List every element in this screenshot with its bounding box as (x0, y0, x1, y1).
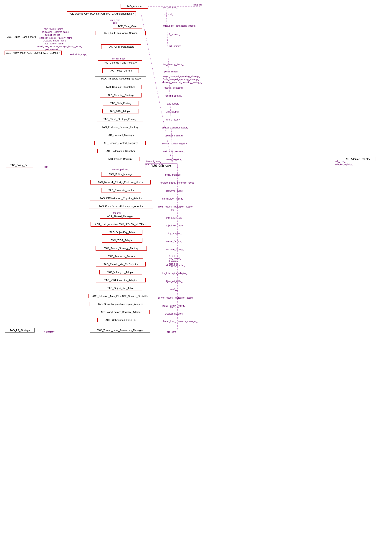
ace-thread-manager-box: ACE_Thread_Manager (100, 214, 140, 219)
object-key-table-label: object_key_table_ (166, 224, 184, 227)
orb-params-label: orb_params_ (169, 45, 182, 47)
tao-thread-lane-resources-manager-box: TAO_Thread_Lane_Resources_Manager (90, 328, 150, 332)
refcount-label: refcount_ (164, 13, 173, 15)
data-block-lock-label: data_block_lock_ (166, 217, 183, 219)
rt-orb-label: rt_orb_ (169, 254, 176, 257)
tao-client-strategy-factory-box: TAO_Client_Strategy_Factory (97, 117, 143, 121)
object-ref-table-label: object_ref_table_ (165, 280, 182, 283)
tao-parser-registry-box: TAO_Parser_Registry (101, 157, 140, 161)
config-label: config_ (170, 288, 177, 291)
impl-label: impl_ (44, 166, 49, 168)
tao-valuetype-adapter-box: TAO_Valuetype_Adapter (99, 270, 142, 274)
orb-core-bottom-label: orb_core_ (167, 331, 177, 333)
protocol-factories-label: protocol_factories_ (165, 312, 184, 315)
client-request-interceptor-adapter-label: client_request_interceptor_adapter_ (158, 205, 195, 208)
protocols-hooks-label: protocols_hooks_ (166, 189, 184, 192)
endpoints-map-label: endpoints_map_ (70, 53, 87, 56)
stub-factory-label: stub_factory_ (167, 102, 180, 105)
client-factory-label: client_factory_ (166, 118, 181, 121)
poa-current-label: poa_current_ (168, 257, 181, 260)
tao-policy-current-box: TAO_Policy_Current (102, 68, 139, 73)
thread-lane-resources-label: thread_lane_resources_manager_factory_na… (37, 45, 82, 48)
thread-per-connection-timeout-label: thread_per_connection_timeout_ (163, 25, 196, 27)
flushing-strategy-label: flushing_strategy_ (165, 94, 183, 97)
tao-policyfactory-registry-adapter-box: TAO::PolicyFactory_Registry_Adapter (91, 310, 150, 314)
ft-service-label: ft_service_ (169, 33, 180, 36)
tao-policy-manager-box: TAO_Policy_Manager (101, 172, 141, 177)
tao-protocols-hooks-detected-label: orb_core_ (170, 306, 180, 309)
timeout-hook-label: timeout_hook_ (146, 160, 161, 163)
thr-mgr-label: thr_mgr_ (113, 212, 122, 214)
parser-registry-label: parser_registry_ (166, 158, 182, 161)
ace-atomic-op-box: ACE_Atomic_Op< TAO_SYNCH_MUTEX, unsigned… (67, 11, 136, 16)
protocols-hooks-name-label: protocols_hooks_name_ (43, 39, 68, 42)
ace-unbounded-set-box: ACE_Unbounded_Set< T > (97, 318, 144, 322)
tao-codeset-manager-box: TAO_Codeset_Manager (99, 133, 142, 137)
server-request-interceptor-adapter-label: server_request_interceptor_adapter_ (158, 296, 196, 299)
tao-cleanup-func-box: TAO_Cleanup_Func_Registry (98, 60, 142, 65)
network-priority-protocols-hooks-label: network_priority_protocols_hooks_ (160, 181, 195, 184)
tao-ior-interceptor-adapter-box: TAO_IORInterceptor_Adapter (96, 278, 146, 282)
tao-endpoint-selector-factory-box: TAO_Endpoint_Selector_Factory (94, 125, 146, 129)
tss-cleanup-funcs-label: tss_cleanup_funcs_ (163, 63, 183, 65)
ace-string-base-box: ACE_String_Base< char > (6, 35, 38, 39)
default-policies-label: default_policies_ (112, 168, 129, 171)
tao-policy-set-box: TAO_Policy_Set (6, 163, 33, 167)
poa-factory-name-label: poa_factory_name_ (45, 42, 65, 45)
tao-adapter-box: TAO_Adapter (121, 4, 148, 9)
ace-intrusive-auto-ptr-box: ACE_Intrusive_Auto_Ptr< ACE_Service_Gest… (88, 294, 152, 298)
tao-network-priority-protocols-hooks-box: TAO_Network_Priority_Protocols_Hooks (90, 180, 151, 185)
tao-transport-queuing-box: TAO::Transport_Queueing_Strategy (95, 76, 146, 81)
server-factory-label: server_factory_ (166, 240, 182, 243)
zero-label: zero (113, 22, 117, 24)
sync-scope-hook-label: sync_scope_hook_ (145, 163, 164, 165)
lf-strategy-label: lf_strategy_ (44, 331, 56, 333)
tao-server-request-interceptor-adapter-box: TAO::ServerRequestInterceptor_Adapter (89, 302, 151, 306)
ior-interceptor-adapter-label: ior_interceptor_adapter_ (162, 272, 187, 275)
tao-service-context-registry-box: TAO_Service_Context_Registry (94, 141, 146, 145)
tao-server-strategy-factory-box: TAO_Server_Strategy_Factory (96, 246, 147, 251)
collocation-resolver-name-label: collocation_resolver_name_ (42, 31, 70, 33)
codeset-manager-label: codeset_manager_ (165, 134, 184, 137)
policy-current-label: policy_current_ (164, 70, 180, 73)
ace-array-map-box: ACE_Array_Map< ACE_CString, ACE_CString … (5, 50, 62, 55)
tao-object-ref-table-box: TAO_Object_Ref_Table (99, 286, 142, 290)
valuetype-adapter-label: valuetype_adapter_ (165, 264, 185, 267)
service-context-registry-label: service_context_registry_ (162, 142, 188, 145)
endpoint-selector-factory-label: endpoint_selector_factory_ (162, 126, 189, 129)
tao-client-request-interceptor-adapter-box: TAO::ClientRequestInterceptor_Adapter (89, 204, 153, 209)
tm-label: tm_ (171, 209, 175, 211)
orb-core-right-label: orb_core_ (335, 160, 345, 163)
tao-flushing-strategy-box: TAO_Flushing_Strategy (100, 93, 141, 97)
tao-fault-tolerance-box: TAO_Fault_Tolerance_Service (96, 31, 146, 35)
default-init-ref-label: default_init_ref_ (45, 34, 61, 36)
endpoint-selector-factory-name-label: endpoint_selector_factory_name_ (39, 37, 74, 39)
thread-lane-resources-manager-label: thread_lane_resources_manager_ (163, 320, 197, 323)
orbinitializer-registry-label: orbinitializer_registry_ (162, 197, 184, 200)
adapters-label: adapters_ (193, 3, 203, 6)
ziop-adapter-label: ziop_adapter_ (167, 232, 182, 235)
ace-lock-adapter-box: ACE_Lock_Adapter< TAO_SYNCH_MUTEX > (91, 222, 151, 227)
eager-transport-queueing-label: eager_transport_queueing_strategy_ (163, 75, 200, 78)
request-dispatcher-label: request_dispatcher_ (164, 87, 184, 89)
adapter-registry-label: adapter_registry_ (335, 163, 353, 166)
tao-pseudo-var-box: TAO_Pseudo_Var_T< Object > (96, 262, 146, 267)
delayed-transport-queueing-label: delayed_transport_queueing_strategy_ (162, 81, 202, 84)
tao-bidir-adapter-box: TAO_BiDir_Adapter (102, 109, 139, 113)
tao-protocols-hooks-box: TAO_Protocols_Hooks (101, 188, 141, 193)
init-ref-map-label: init_ref_map_ (112, 58, 126, 60)
max-time-label: max_time (110, 19, 120, 22)
diagram-container: TAO_Adapter ACE_Atomic_Op< TAO_SYNCH_MUT… (0, 0, 392, 548)
flush-transport-queueing-label: flush_transport_queueing_strategy_ (163, 78, 199, 81)
tao-stub-factory-box: TAO_Stub_Factory (103, 101, 139, 105)
tao-ziop-adapter-box: TAO_ZIOP_Adapter (102, 238, 142, 243)
tao-resource-factory-box: TAO_Resource_Factory (100, 254, 143, 259)
tao-objectkey-table-box: TAO::ObjectKey_Table (102, 230, 142, 235)
ace-time-value-box: ACE_Time_Value (113, 24, 142, 29)
pref-network-label: pref_network_ (45, 48, 59, 51)
tao-request-dispatcher-box: TAO_Request_Dispatcher (99, 85, 142, 89)
poa-adapter-label: poa_adapter_ (163, 6, 177, 8)
policy-manager-label: policy_manager_ (165, 173, 182, 176)
stub-factory-name-label: stub_factory_name_ (44, 28, 65, 30)
resource-factory-label: resource_factory_ (166, 248, 184, 251)
